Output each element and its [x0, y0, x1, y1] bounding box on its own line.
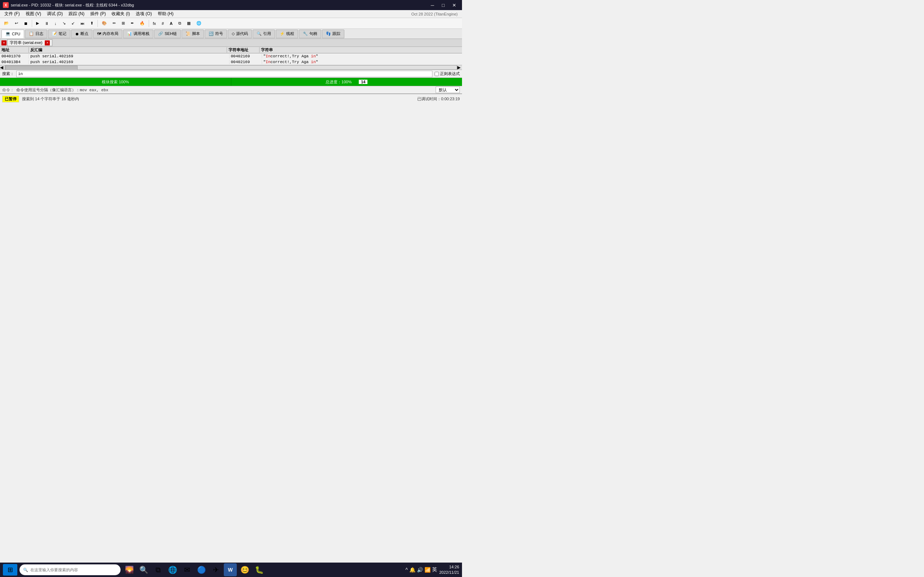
nav-tabs: 💻 CPU 📋 日志 📝 笔记 ⏺ 断点 🗺 内存布局 📊 调用堆栈 🔗 SEH… [0, 29, 462, 39]
toolbar-calc-button[interactable]: ▦ [184, 19, 193, 28]
toolbar-undo-button[interactable]: ↩ [12, 19, 21, 28]
seh-tab-icon: 🔗 [158, 31, 163, 36]
regex-label: 正则表达式 [435, 71, 460, 76]
col-header-straddr: 字符串地址 [227, 47, 260, 53]
scroll-left-button[interactable]: ◀ [0, 65, 5, 70]
tab-cpu[interactable]: 💻 CPU [2, 29, 24, 38]
highlight-in-2: in [311, 54, 316, 58]
table-row[interactable]: 00401370 push serial.402169 00402169 "In… [0, 53, 462, 59]
tab-symbols[interactable]: 🔣 符号 [205, 29, 227, 38]
toolbar-fire-button[interactable]: 🔥 [137, 19, 147, 28]
toolbar: 📂 ↩ ⏹ ▶ ⏸ ↓ ↘ ↙ ⏭ ⬆ 🎨 ✏ ⊞ ✒ 🔥 fx # A ⧉ ▦… [0, 18, 462, 29]
refs-tab-icon: 🔍 [257, 31, 262, 36]
title-bar-controls: ─ □ ✕ [427, 1, 459, 9]
stepout-icon: ⬆ [90, 21, 94, 26]
command-right: 默认 x32dbg masm [436, 87, 460, 93]
scrollbar-track[interactable] [5, 65, 457, 69]
maximize-button[interactable]: □ [438, 1, 448, 9]
toolbar-stepleft-button[interactable]: ↙ [69, 19, 77, 28]
tab-memory[interactable]: 🗺 内存布局 [93, 29, 122, 38]
toolbar-color-button[interactable]: 🎨 [99, 19, 109, 28]
toolbar-stop-button[interactable]: ⏹ [21, 19, 30, 28]
search-input[interactable] [16, 71, 432, 77]
script-tab-icon: 📜 [186, 31, 191, 36]
toolbar-font-button[interactable]: A [167, 19, 175, 28]
tab-refs[interactable]: 🔍 引用 [253, 29, 275, 38]
undo-icon: ↩ [15, 21, 18, 26]
close-active-tab-button[interactable]: × [2, 40, 6, 45]
tab-callstack[interactable]: 📊 调用堆栈 [123, 29, 153, 38]
menu-bookmarks[interactable]: 收藏夹 (I) [109, 10, 133, 18]
notes-tab-icon: 📝 [52, 31, 57, 36]
menu-help[interactable]: 帮助 (H) [155, 10, 176, 18]
highlight-in-1: In [266, 54, 270, 58]
menu-file[interactable]: 文件 (F) [2, 10, 23, 18]
menu-plugins[interactable]: 插件 (P) [87, 10, 109, 18]
refs-tab-label: 引用 [263, 31, 271, 36]
toolbar-stepout-button[interactable]: ⬆ [88, 19, 96, 28]
log-tab-icon: 📋 [29, 31, 34, 36]
tab-threads[interactable]: ⚡ 线程 [276, 29, 298, 38]
close-strings-tab-button[interactable]: × [45, 40, 50, 45]
tab-source[interactable]: ◇ 源代码 [228, 29, 252, 38]
run-icon: ▶ [36, 21, 39, 26]
source-tab-icon: ◇ [232, 31, 234, 36]
status-bar: 已暂停 搜索到 14 个字符串于 16 毫秒内 已调试时间：0:00:23:19 [0, 94, 462, 104]
calc-icon: ▦ [187, 21, 191, 26]
tab-seh[interactable]: 🔗 SEH链 [154, 29, 181, 38]
table-header: 地址 反汇编 字符串地址 字符串 [0, 47, 462, 53]
toolbar-sep-1 [32, 20, 32, 27]
toolbar-pencil-button[interactable]: ✏ [110, 19, 118, 28]
row-straddr-1: 00402169 [229, 54, 262, 58]
tab-script[interactable]: 📜 脚本 [181, 29, 204, 38]
tab-breakpoints[interactable]: ⏺ 断点 [71, 29, 92, 38]
log-tab-label: 日志 [36, 31, 43, 36]
toolbar-globe-button[interactable]: 🌐 [194, 19, 204, 28]
search-bar: 搜索： 正则表达式 [0, 70, 462, 78]
toolbar-layout-button[interactable]: ⊞ [119, 19, 128, 28]
app-icon: X [3, 2, 9, 8]
progress-count: 14 [359, 80, 367, 84]
tab-handles[interactable]: 🔧 句柄 [299, 29, 321, 38]
menu-options[interactable]: 选项 (O) [133, 10, 155, 18]
command-placeholder: 命令使用逗号分隔（像汇编语言）：mov eax, ebx [16, 87, 433, 93]
menu-view[interactable]: 视图 (V) [23, 10, 44, 18]
close-button[interactable]: ✕ [449, 1, 459, 9]
toolbar-run-button[interactable]: ▶ [34, 19, 42, 28]
color-icon: 🎨 [102, 21, 107, 26]
col-header-addr: 地址 [0, 47, 29, 53]
row-str-2: "Incorrect!,Try Aga in" [262, 60, 462, 64]
hash-icon: # [162, 21, 164, 26]
table-row[interactable]: 004013B4 push serial.402169 00402169 "In… [0, 59, 462, 65]
toolbar-run2-button[interactable]: ⏭ [78, 19, 87, 28]
memory-tab-label: 内存布局 [102, 31, 118, 36]
callstack-tab-icon: 📊 [127, 31, 132, 36]
toolbar-stepover-button[interactable]: ↘ [60, 19, 68, 28]
cpu-tab-icon: 💻 [5, 31, 10, 36]
minimize-button[interactable]: ─ [427, 1, 438, 9]
toolbar-hash-button[interactable]: # [159, 19, 166, 28]
seh-tab-label: SEH链 [165, 31, 177, 36]
scroll-right-button[interactable]: ▶ [457, 65, 462, 70]
menu-trace[interactable]: 跟踪 (N) [66, 10, 87, 18]
horizontal-scrollbar[interactable]: ◀ ▶ [0, 65, 462, 70]
toolbar-edit-button[interactable]: ✒ [128, 19, 136, 28]
tab-notes[interactable]: 📝 笔记 [48, 29, 70, 38]
regex-checkbox[interactable] [435, 72, 439, 76]
cpu-tab-label: CPU [12, 32, 20, 36]
toolbar-stepinto-button[interactable]: ↓ [52, 19, 59, 28]
progress-module: 模块搜索 100% [0, 78, 231, 86]
tab-trace[interactable]: 👣 跟踪 [322, 29, 344, 38]
toolbar-fx-button[interactable]: fx [150, 19, 159, 28]
symbols-tab-icon: 🔣 [208, 31, 214, 36]
toolbar-open-button[interactable]: 📂 [2, 19, 11, 28]
memory-tab-icon: 🗺 [97, 32, 101, 36]
scrollbar-thumb[interactable] [5, 66, 78, 70]
toolbar-copy-button[interactable]: ⧉ [176, 19, 184, 28]
toolbar-pause-button[interactable]: ⏸ [42, 19, 51, 28]
tab-log[interactable]: 📋 日志 [25, 29, 47, 38]
command-dropdown[interactable]: 默认 x32dbg masm [436, 87, 460, 93]
pencil-icon: ✏ [113, 21, 116, 26]
menu-debug[interactable]: 调试 (D) [44, 10, 66, 18]
strings-tab-item[interactable]: 字符串 (serial.exe) × [7, 39, 52, 46]
